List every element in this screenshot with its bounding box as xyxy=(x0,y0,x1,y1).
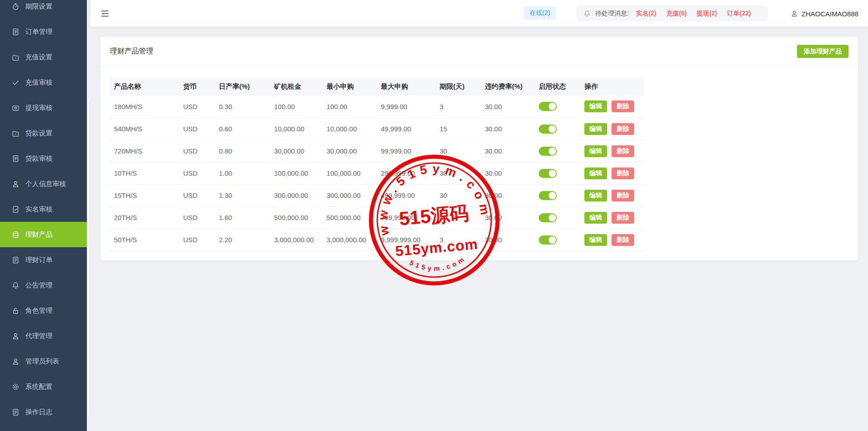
document-icon xyxy=(12,256,19,264)
pending-link-recharge[interactable]: 充值(6) xyxy=(666,10,687,18)
edit-button[interactable]: 编辑 xyxy=(584,123,607,135)
sidebar-item-11[interactable]: 公告管理 xyxy=(0,273,87,298)
edit-button[interactable]: 编辑 xyxy=(584,190,607,201)
document-icon xyxy=(12,28,19,36)
enable-toggle[interactable] xyxy=(539,169,557,178)
daily-rate-cell: 1.30 xyxy=(214,184,270,206)
machine-rent-cell: 10,000.00 xyxy=(270,118,322,140)
sidebar-item-1[interactable]: 订单管理 xyxy=(0,19,87,44)
sidebar-item-7[interactable]: 个人信息审核 xyxy=(0,171,87,196)
card-body: 产品名称 货币 日产率(%) 矿机租金 最小申购 最大申购 期限(天) 违约费率… xyxy=(100,66,858,251)
pending-link-realname[interactable]: 实名(2) xyxy=(636,10,656,18)
col-header-rate: 日产率(%) xyxy=(214,78,270,96)
pending-link-orders[interactable]: 订单(22) xyxy=(727,10,751,18)
penalty-rate-cell: 30.00 xyxy=(480,140,534,162)
days-cell: 15 xyxy=(435,118,480,140)
penalty-rate-cell: 30.00 xyxy=(480,118,534,140)
edit-button[interactable]: 编辑 xyxy=(584,101,607,112)
enable-toggle[interactable] xyxy=(539,235,557,244)
daily-rate-cell: 1.60 xyxy=(214,206,270,229)
sidebar-item-label: 期限设置 xyxy=(25,2,52,11)
delete-button[interactable]: 删除 xyxy=(612,168,634,179)
collapse-sidebar-icon[interactable] xyxy=(100,10,109,18)
sidebar-item-10[interactable]: 理财订单 xyxy=(0,247,87,273)
days-cell: 30 xyxy=(435,140,480,162)
days-cell: 3 xyxy=(435,229,480,251)
add-product-button[interactable]: 添加理财产品 xyxy=(797,45,849,58)
edit-button[interactable]: 编辑 xyxy=(584,212,607,224)
bell-icon xyxy=(583,10,591,17)
penalty-rate-cell: 30.00 xyxy=(480,229,534,251)
sidebar-item-12[interactable]: 角色管理 xyxy=(0,298,87,323)
delete-button[interactable]: 删除 xyxy=(612,212,634,224)
product-name-cell: 720MH/S xyxy=(109,140,179,162)
table-row: 540MH/SUSD0.6010,000.0010,000.0049,999.0… xyxy=(109,118,644,140)
currency-cell: USD xyxy=(179,162,214,184)
edit-button[interactable]: 编辑 xyxy=(584,168,607,179)
col-header-name: 产品名称 xyxy=(109,78,179,96)
sidebar-item-2[interactable]: 充值设置 xyxy=(0,44,87,70)
sidebar-item-9[interactable]: 理财产品 xyxy=(0,222,87,247)
actions-cell: 编辑删除 xyxy=(580,118,644,140)
sidebar-item-label: 系统配置 xyxy=(25,383,52,391)
actions-cell: 编辑删除 xyxy=(580,96,644,118)
col-header-min: 最小申购 xyxy=(322,78,376,96)
enable-toggle[interactable] xyxy=(539,191,557,200)
sidebar-item-16[interactable]: 操作日志 xyxy=(0,399,87,425)
delete-button[interactable]: 删除 xyxy=(612,145,634,157)
max-buy-cell: 99,999.00 xyxy=(376,140,435,162)
delete-button[interactable]: 删除 xyxy=(612,101,634,112)
pending-link-withdraw[interactable]: 提现(2) xyxy=(697,10,717,18)
sidebar-item-3[interactable]: 充值审核 xyxy=(0,70,87,95)
sidebar-item-0[interactable]: 期限设置 xyxy=(0,0,87,19)
enable-toggle[interactable] xyxy=(539,147,557,156)
table-row: 180MH/SUSD0.30100.00100.009,999.00330.00… xyxy=(109,96,644,118)
sidebar-item-14[interactable]: 管理员列表 xyxy=(0,349,87,374)
product-name-cell: 10TH/S xyxy=(109,162,179,184)
min-buy-cell: 10,000.00 xyxy=(322,118,376,140)
sidebar-item-label: 充值设置 xyxy=(25,53,52,62)
machine-rent-cell: 500,000.00 xyxy=(270,206,322,229)
edit-button[interactable]: 编辑 xyxy=(584,234,607,246)
delete-button[interactable]: 删除 xyxy=(612,234,634,246)
max-buy-cell: 49,999.00 xyxy=(376,118,435,140)
sidebar-item-13[interactable]: 代理管理 xyxy=(0,323,87,349)
sidebar-scrollbar-thumb[interactable] xyxy=(87,98,90,417)
online-count-badge[interactable]: 在线(2) xyxy=(524,6,556,19)
sidebar-item-label: 理财产品 xyxy=(25,230,52,239)
sidebar-item-5[interactable]: 贷款设置 xyxy=(0,120,87,146)
col-header-status: 启用状态 xyxy=(534,78,580,96)
enable-toggle[interactable] xyxy=(539,125,557,134)
actions-cell: 编辑删除 xyxy=(580,140,644,162)
currency-cell: USD xyxy=(179,206,214,229)
status-cell xyxy=(534,206,580,229)
table-row: 10TH/SUSD1.00100,000.00100,000.00299,999… xyxy=(109,162,644,184)
database-icon xyxy=(12,231,19,239)
edit-button[interactable]: 编辑 xyxy=(584,145,607,157)
product-management-card: 理财产品管理 添加理财产品 产品名称 货币 日产率(%) 矿机租金 最小申购 xyxy=(100,37,859,261)
sidebar-item-4[interactable]: 提现审核 xyxy=(0,95,87,120)
sidebar-item-15[interactable]: 系统配置 xyxy=(0,374,87,399)
machine-rent-cell: 30,000.00 xyxy=(270,140,322,162)
enable-toggle[interactable] xyxy=(539,213,557,222)
delete-button[interactable]: 删除 xyxy=(612,123,634,135)
actions-cell: 编辑删除 xyxy=(580,206,644,229)
sidebar-item-label: 贷款设置 xyxy=(25,129,52,138)
document-icon xyxy=(12,408,19,416)
sidebar-item-label: 操作日志 xyxy=(25,408,52,417)
sidebar-item-label: 实名审核 xyxy=(25,205,52,214)
currency-cell: USD xyxy=(179,229,214,251)
sidebar-item-8[interactable]: 实名审核 xyxy=(0,196,87,222)
min-buy-cell: 100.00 xyxy=(322,96,376,118)
delete-button[interactable]: 删除 xyxy=(612,190,634,201)
product-name-cell: 15TH/S xyxy=(109,184,179,206)
table-row: 50TH/SUSD2.203,000,000.003,000,000.009,9… xyxy=(109,229,644,251)
user-menu[interactable]: ZHAOCAIMAO888 xyxy=(791,0,859,27)
sidebar-item-6[interactable]: 贷款审核 xyxy=(0,146,87,171)
min-buy-cell: 300,000.00 xyxy=(322,184,376,206)
lock-open-icon xyxy=(12,307,19,315)
sidebar-item-label: 管理员列表 xyxy=(25,357,59,366)
folder-icon xyxy=(12,53,19,61)
enable-toggle[interactable] xyxy=(539,102,557,111)
sidebar-item-label: 个人信息审核 xyxy=(25,180,66,188)
